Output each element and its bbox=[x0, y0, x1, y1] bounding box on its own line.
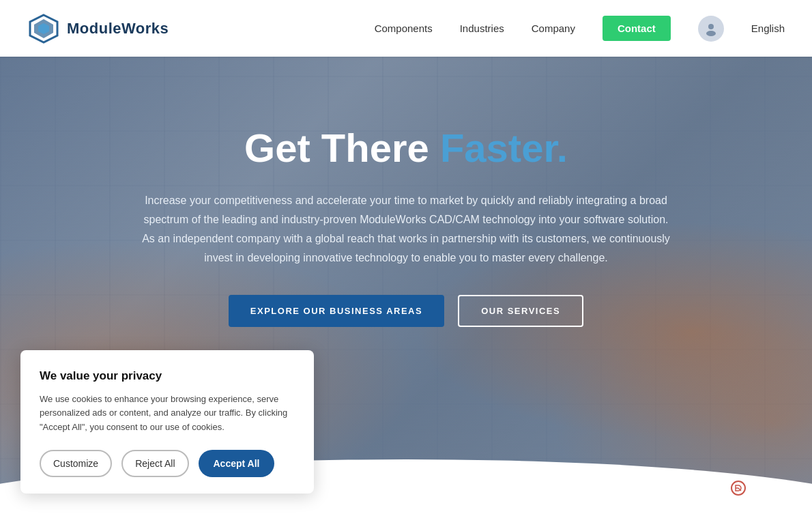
contact-button[interactable]: Contact bbox=[603, 16, 671, 41]
nav-company[interactable]: Company bbox=[532, 23, 575, 34]
hero-title: Get There Faster. bbox=[244, 125, 568, 171]
services-button[interactable]: OUR SERVICES bbox=[458, 295, 583, 327]
hero-title-accent: Faster. bbox=[440, 126, 568, 170]
revain-label: Revain bbox=[756, 481, 798, 496]
navbar: ModuleWorks Components Industries Compan… bbox=[0, 0, 812, 57]
svg-point-3 bbox=[708, 24, 714, 29]
user-avatar-icon bbox=[704, 21, 719, 36]
revain-icon bbox=[726, 476, 751, 500]
user-icon[interactable] bbox=[698, 16, 724, 42]
hero-title-main: Get There bbox=[244, 126, 440, 170]
explore-button[interactable]: EXPLORE OUR BUSINESS AREAS bbox=[229, 295, 444, 327]
cookie-banner: We value your privacy We use cookies to … bbox=[20, 350, 314, 494]
nav-industries[interactable]: Industries bbox=[460, 23, 504, 34]
revain-badge: Revain bbox=[726, 476, 798, 500]
hero-buttons: EXPLORE OUR BUSINESS AREAS OUR SERVICES bbox=[229, 295, 583, 327]
logo-text: ModuleWorks bbox=[67, 20, 169, 38]
cookie-description: We use cookies to enhance your browsing … bbox=[40, 392, 295, 435]
svg-point-4 bbox=[706, 31, 716, 36]
logo-icon bbox=[27, 12, 60, 45]
language-selector[interactable]: English bbox=[751, 23, 785, 34]
accept-all-button[interactable]: Accept All bbox=[199, 450, 275, 477]
reject-all-button[interactable]: Reject All bbox=[121, 450, 188, 477]
customize-button[interactable]: Customize bbox=[40, 450, 112, 477]
hero-description: Increase your competitiveness and accele… bbox=[140, 191, 672, 268]
cookie-title: We value your privacy bbox=[40, 369, 295, 383]
cookie-buttons: Customize Reject All Accept All bbox=[40, 450, 295, 477]
logo-link[interactable]: ModuleWorks bbox=[27, 12, 169, 45]
hero-content: Get There Faster. Increase your competit… bbox=[0, 57, 812, 327]
nav-links: Components Industries Company Contact En… bbox=[375, 16, 785, 42]
nav-components[interactable]: Components bbox=[375, 23, 433, 34]
